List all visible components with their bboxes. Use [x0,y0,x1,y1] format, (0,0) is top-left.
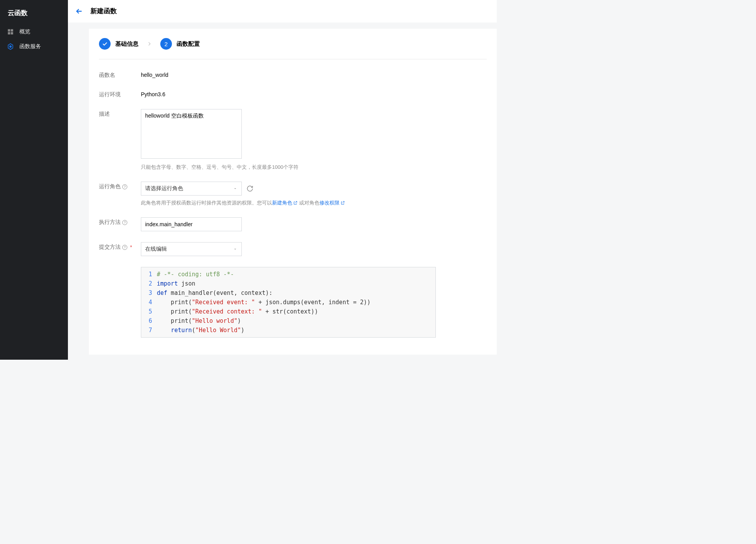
topbar: 新建函数 [68,0,497,23]
form-card: 基础信息 2 函数配置 函数名 hello_world [89,29,497,355]
back-arrow-icon[interactable] [75,7,83,16]
create-role-link[interactable]: 新建角色 [272,200,292,206]
sidebar-item-functions[interactable]: 函数服务 [0,39,68,54]
svg-rect-2 [8,32,10,35]
sidebar-item-overview[interactable]: 概览 [0,24,68,39]
role-select[interactable]: 请选择运行角色 [141,182,242,196]
step-function-config[interactable]: 2 函数配置 [160,38,200,50]
help-icon[interactable]: ? [122,220,127,225]
code-editor[interactable]: 1# -*- coding: utf8 -*-2import json3def … [141,267,436,338]
step-basic-info[interactable]: 基础信息 [99,38,139,50]
code-line: 1# -*- coding: utf8 -*- [141,270,435,279]
svg-rect-3 [11,32,13,35]
external-link-icon [340,201,345,205]
chevron-right-icon [146,41,153,47]
submit-method-label: 提交方法 ? * [99,242,141,251]
step-label: 基础信息 [115,40,139,48]
help-icon[interactable]: ? [122,245,127,250]
refresh-icon[interactable] [246,185,253,192]
exec-method-label: 执行方法 ? [99,217,141,226]
description-label: 描述 [99,109,141,118]
caret-down-icon [233,247,238,251]
check-icon [99,38,111,50]
code-line: 7 return("Hello World") [141,326,435,335]
code-line: 5 print("Received context: " + str(conte… [141,307,435,316]
role-select-placeholder: 请选择运行角色 [145,185,183,192]
description-hint: 只能包含字母、数字、空格、逗号、句号、中文，长度最多1000个字符 [141,164,298,171]
role-hint: 此角色将用于授权函数运行时操作其他资源的权限。您可以新建角色 或对角色修改权限 [141,199,345,206]
step-number: 2 [160,38,172,50]
role-label: 运行角色 ? [99,182,141,190]
svg-rect-1 [11,29,13,31]
page-title: 新建函数 [90,7,117,16]
caret-down-icon [233,186,238,191]
hexagon-icon [7,43,14,50]
stepper: 基础信息 2 函数配置 [99,38,487,59]
code-line: 4 print("Received event: " + json.dumps(… [141,298,435,307]
help-icon[interactable]: ? [122,184,127,189]
code-line: 3def main_handler(event, context): [141,288,435,298]
svg-rect-0 [8,29,10,31]
runtime-value: Python3.6 [141,90,487,97]
description-textarea[interactable] [141,109,242,159]
submit-method-value: 在线编辑 [145,246,167,253]
external-link-icon [293,201,298,205]
modify-perms-link[interactable]: 修改权限 [319,200,340,206]
sidebar-title: 云函数 [0,5,68,24]
function-name-label: 函数名 [99,70,141,79]
code-line: 6 print("Hello world") [141,316,435,326]
function-name-value: hello_world [141,70,487,78]
step-label: 函数配置 [177,40,200,48]
sidebar: 云函数 概览 函数服务 [0,0,68,360]
exec-method-input[interactable] [141,217,242,231]
required-asterisk: * [130,244,132,250]
runtime-label: 运行环境 [99,90,141,98]
sidebar-item-label: 概览 [19,28,30,35]
code-line: 2import json [141,279,435,288]
submit-method-select[interactable]: 在线编辑 [141,242,242,256]
sidebar-item-label: 函数服务 [19,43,41,50]
svg-point-4 [10,46,12,48]
grid-icon [7,28,14,35]
